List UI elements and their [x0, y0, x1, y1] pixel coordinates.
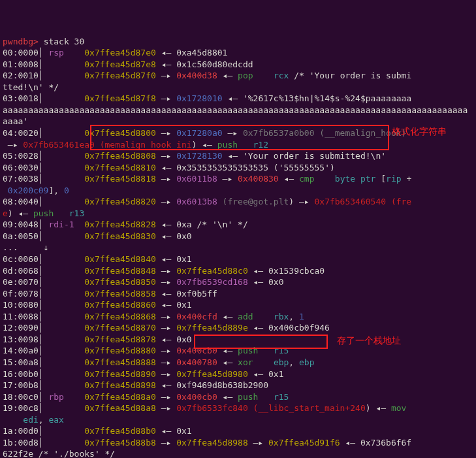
register-label: [44, 174, 85, 184]
stack-row: 04:0020│ 0x7ffea45d8800 —▸ 0x17280a0 —▸ …: [3, 127, 476, 139]
register-label: [44, 438, 85, 448]
wrapped-line: aaaaaaaaaaaaaaaaaaaaaaaaaaaaaaaaaaaaaaaa…: [3, 105, 476, 127]
stack-row: 02:0010│ 0x7ffea45d87f0 —▸ 0x400d38 ◂— p…: [3, 70, 476, 82]
stack-row: 0a:0050│ 0x7ffea45d8830 ◂— 0x0: [3, 231, 476, 242]
wrapped-line: edi, eax: [3, 414, 476, 426]
register-label: [44, 128, 85, 138]
stack-row: 13:0098│ 0x7ffea45d8878 ◂— 0x0: [3, 334, 476, 346]
stack-address: 0x7ffea45d8840: [84, 254, 161, 264]
stack-address: 0x7ffea45d8830: [84, 231, 161, 241]
wrapped-line: tted!\n' */: [3, 82, 476, 93]
stack-address: 0x7ffea45d8808: [84, 151, 161, 161]
stack-address: 0x7ffea45d8898: [84, 380, 161, 390]
register-label: [44, 289, 85, 299]
register-label: [44, 357, 85, 367]
register-label: [44, 380, 85, 390]
stack-row: 06:0030│ 0x7ffea45d8810 ◂— 0x35353535353…: [3, 162, 476, 174]
stack-address: 0x7ffea45d8888: [84, 357, 161, 367]
register-label: [44, 231, 85, 241]
stack-row: 00:0000│ rsp 0x7ffea45d87e0 ◂— 0xa45d880…: [3, 47, 476, 59]
stack-address: 0x7ffea45d8820: [84, 197, 161, 206]
register-label: [44, 277, 85, 287]
stack-address: 0x7ffea45d8818: [84, 174, 161, 184]
register-label: [44, 312, 85, 321]
stack-address: 0x7ffea45d8880: [84, 346, 161, 355]
register-label: rsp: [44, 48, 85, 57]
terminal-output: pwndbg> stack 3000:0000│ rsp 0x7ffea45d8…: [0, 35, 476, 458]
stack-address: 0x7ffea45d8870: [84, 323, 161, 333]
stack-address: 0x7ffea45d87f8: [84, 93, 161, 103]
register-label: rbp: [44, 392, 85, 402]
register-label: [44, 71, 85, 80]
stack-row: 16:00b0│ 0x7ffea45d8890 —▸ 0x7ffea45d898…: [3, 368, 476, 380]
stack-address: 0x7ffea45d8848: [84, 266, 161, 276]
stack-address: 0x7ffea45d8800: [84, 128, 161, 138]
wrapped-line: —▸ 0x7fb653461ea0 (memalign_hook_ini) ◂—…: [3, 139, 476, 151]
register-label: [44, 403, 85, 413]
stack-row: 0e:0070│ 0x7ffea45d8850 —▸ 0x7fb6539cd16…: [3, 276, 476, 288]
register-label: [44, 93, 85, 103]
stack-address: 0x7ffea45d88a0: [84, 392, 161, 402]
wrapped-line: 622f2e /* './books' */: [3, 448, 476, 458]
stack-row: 11:0088│ 0x7ffea45d8868 —▸ 0x400cfd ◂— a…: [3, 311, 476, 323]
stack-row: 15:00a8│ 0x7ffea45d8888 —▸ 0x400780 ◂— x…: [3, 357, 476, 368]
stack-row: 12:0090│ 0x7ffea45d8870 —▸ 0x7ffea45d889…: [3, 322, 476, 334]
stack-row: 18:00c0│ rbp 0x7ffea45d88a0 —▸ 0x400cb0 …: [3, 391, 476, 403]
stack-address: 0x7ffea45d8890: [84, 369, 161, 379]
stack-row: 08:0040│ 0x7ffea45d8820 —▸ 0x6013b8 (fre…: [3, 196, 476, 208]
stack-address: 0x7ffea45d8860: [84, 300, 161, 310]
stack-address: 0x7ffea45d8810: [84, 163, 161, 172]
register-label: [44, 163, 85, 172]
stack-address: 0x7ffea45d8878: [84, 335, 161, 344]
stack-row: 14:00a0│ 0x7ffea45d8880 —▸ 0x400cb0 ◂— p…: [3, 345, 476, 357]
register-label: [44, 266, 85, 276]
register-label: [44, 151, 85, 161]
register-label: [44, 369, 85, 379]
prompt-line[interactable]: pwndbg> stack 30: [3, 36, 476, 48]
stack-row: 1b:00d8│ 0x7ffea45d88b8 —▸ 0x7ffea45d898…: [3, 437, 476, 449]
stack-address: 0x7ffea45d88b0: [84, 426, 161, 436]
register-label: [44, 254, 85, 264]
register-label: [44, 335, 85, 344]
stack-row: 0d:0068│ 0x7ffea45d8848 —▸ 0x7ffea45d88c…: [3, 265, 476, 277]
wrapped-line: 0x200c09], 0: [3, 185, 476, 197]
stack-address: 0x7ffea45d88b8: [84, 438, 161, 448]
stack-row: 10:0080│ 0x7ffea45d8860 ◂— 0x1: [3, 299, 476, 311]
stack-address: 0x7ffea45d87e8: [84, 59, 161, 69]
stack-row: 09:0048│ rdi-1 0x7ffea45d8828 ◂— 0xa /* …: [3, 219, 476, 231]
stack-row: 19:00c8│ 0x7ffea45d88a8 —▸ 0x7fb6533fc84…: [3, 402, 476, 414]
stack-row: 07:0038│ 0x7ffea45d8818 —▸ 0x6011b8 —▸ 0…: [3, 173, 476, 185]
wrapped-line: e) ◂— push r13: [3, 208, 476, 220]
stack-row: 0f:0078│ 0x7ffea45d8858 ◂— 0xf0b5ff: [3, 288, 476, 300]
register-label: [44, 300, 85, 310]
stack-row: 0c:0060│ 0x7ffea45d8840 ◂— 0x1: [3, 254, 476, 265]
register-label: [44, 197, 85, 206]
stack-row: 01:0008│ 0x7ffea45d87e8 ◂— 0x1c560d80edc…: [3, 59, 476, 71]
register-label: [44, 59, 85, 69]
stack-address: 0x7ffea45d8858: [84, 289, 161, 299]
stack-row: 05:0028│ 0x7ffea45d8808 —▸ 0x1728130 ◂— …: [3, 150, 476, 162]
stack-row: 1a:00d0│ 0x7ffea45d88b0 ◂— 0x1: [3, 425, 476, 437]
register-label: [44, 323, 85, 333]
stack-row: 17:00b8│ 0x7ffea45d8898 ◂— 0xf9469d8b638…: [3, 380, 476, 391]
register-label: [44, 346, 85, 355]
stack-row: ... ↓: [3, 242, 476, 254]
stack-address: 0x7ffea45d87f0: [84, 71, 161, 80]
stack-row: 03:0018│ 0x7ffea45d87f8 —▸ 0x1728010 ◂— …: [3, 93, 476, 105]
stack-address: 0x7ffea45d87e0: [84, 48, 161, 57]
register-label: rdi-1: [44, 220, 85, 229]
stack-address: 0x7ffea45d8850: [84, 277, 161, 287]
stack-address: 0x7ffea45d88a8: [84, 403, 161, 413]
stack-address: 0x7ffea45d8828: [84, 220, 161, 229]
stack-address: 0x7ffea45d8868: [84, 312, 161, 321]
register-label: [44, 426, 85, 436]
